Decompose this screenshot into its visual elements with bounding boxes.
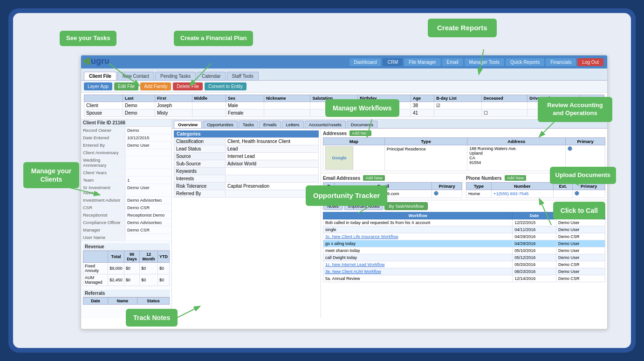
info-row: ManagerDemo CSR <box>81 226 171 234</box>
col-sex: Sex <box>226 95 264 102</box>
info-row: Entered ByDemo User <box>81 142 171 149</box>
left-panel: Client File ID 21166 Record OwnerDemo Da… <box>81 119 172 318</box>
info-row: Wedding Anniversary <box>81 157 171 169</box>
col-nickname: Nickname <box>264 95 310 102</box>
add-phone-button[interactable]: Add New <box>505 175 527 181</box>
table-row: AUM Managed $2,450 $0 $0 $0 <box>83 274 170 286</box>
col-bday: B-day List <box>434 95 481 102</box>
tab-emails[interactable]: Emails <box>259 121 281 128</box>
table-row: Interests <box>174 175 319 183</box>
email-title: Email Addresses <box>323 176 360 181</box>
info-row: ReceptionistReceptionist Demo <box>81 211 171 219</box>
callout-see-tasks: See your Tasks <box>60 31 116 46</box>
info-row: Investment AdvisorDemo Advisortwo <box>81 197 171 204</box>
callout-manage-workflows: Manage Workflows <box>325 99 399 117</box>
add-address-button[interactable]: Add New <box>349 130 371 136</box>
callout-create-reports: Create Reports <box>428 19 497 37</box>
email-primary-radio[interactable] <box>434 191 438 196</box>
convert-to-entity-button[interactable]: Convert to Entity <box>205 82 247 90</box>
notes-link[interactable]: 3e. New Client AUM Workflow <box>325 269 381 274</box>
revenue-section: Revenue Total 90 Days 12 Month YTD <box>81 241 171 288</box>
tab-opportunities[interactable]: Opportunities <box>203 121 238 128</box>
callout-click-to-call: Click to Call <box>553 202 605 219</box>
table-row: meet sharon today 05/10/2016 Demo User <box>323 247 605 254</box>
primary-radio[interactable] <box>568 146 572 151</box>
table-row: Referred By <box>174 190 319 198</box>
table-row: Keywords <box>174 168 319 175</box>
nav-email[interactable]: Email <box>442 58 463 66</box>
add-family-button[interactable]: Add Family <box>140 82 171 90</box>
table-row: 3e. New Client AUM Workflow 08/23/2016 D… <box>323 268 605 275</box>
nav-financials[interactable]: Financials <box>546 58 576 66</box>
col-age: Age <box>411 95 434 102</box>
col-last: Last <box>123 95 155 102</box>
info-row: Sr Investment AdvisorDemo User <box>81 184 171 197</box>
tab-documents[interactable]: Documents <box>347 121 377 128</box>
delete-file-button[interactable]: Delete File <box>173 82 203 90</box>
nav-logout[interactable]: Log Out <box>577 58 603 66</box>
table-row: single 04/11/2016 Demo User <box>323 226 605 233</box>
info-row: CSRDemo CSR <box>81 204 171 211</box>
table-row: go x ailing today 04/29/2016 Demo User <box>323 240 605 247</box>
nav-quick-reports[interactable]: Quick Reports <box>506 58 544 66</box>
info-row: Client Anniversary <box>81 149 171 157</box>
col-middle: Middle <box>192 95 226 102</box>
table-row: 5a. Annual Review 12/14/2016 Demo CSR <box>323 275 605 282</box>
info-row: User Name <box>81 234 171 241</box>
info-row: Client Years <box>81 169 171 177</box>
nav-file-manager[interactable]: File Manager <box>404 58 440 66</box>
table-row: Bob called in today and requested 3s fro… <box>323 219 605 226</box>
table-row: 1c. New Internet Lead Workflow 05/20/201… <box>323 261 605 268</box>
tab-calendar[interactable]: Calendar <box>197 72 226 80</box>
panels-row: Categories ClassificationClient, Health … <box>172 129 607 318</box>
tab-staff-tools[interactable]: Staff Tools <box>227 72 259 80</box>
logo: 🌿 ugru <box>83 56 110 66</box>
table-row: SourceInternet Lead <box>174 153 319 160</box>
callout-opportunity-tracker: Opportunity Tracker <box>306 185 387 206</box>
notes-link[interactable]: 3c. New Client Life Insurance Workflow <box>325 234 398 239</box>
tab-overview[interactable]: Overview <box>174 121 202 128</box>
table-row: Lead StatusLead <box>174 145 319 153</box>
nav-crm[interactable]: CRM <box>383 58 403 66</box>
revenue-title: Revenue <box>83 243 170 251</box>
nav-dashboard[interactable]: Dashboard <box>349 58 382 66</box>
tab-letters[interactable]: Letters <box>282 121 304 128</box>
main-tab-bar: Client File New Contact Pending Tasks Ca… <box>81 68 607 81</box>
tab-client-file[interactable]: Client File <box>84 72 116 80</box>
table-row: 3c. New Client Life Insurance Workflow 0… <box>323 233 605 240</box>
categories-panel: Categories ClassificationClient, Health … <box>172 129 321 318</box>
categories-table: ClassificationClient, Health Insurance C… <box>174 137 319 198</box>
info-row: Team1 <box>81 177 171 184</box>
table-row: Risk ToleranceCapital Preservation <box>174 183 319 190</box>
nav-manager-tools[interactable]: Manager Tools <box>465 58 504 66</box>
phone-table: Type Number Ext. Primary <box>466 182 605 198</box>
table-row: Sub-SourceAdvisor World <box>174 160 319 168</box>
notes-table: Workflow Date Assigned to Bob called in <box>323 212 605 282</box>
phone-primary-radio[interactable] <box>575 191 579 196</box>
table-row: ClassificationClient, Health Insurance C… <box>174 138 319 145</box>
right-content: Overview Opportunities Tasks Emails Lett… <box>172 119 607 318</box>
info-row: Date Entered10/12/2015 <box>81 134 171 142</box>
layer-app-button[interactable]: Layer App <box>84 82 112 90</box>
tab-by-task-workflow[interactable]: By Task/Workflow <box>384 202 428 210</box>
table-row: Fixed Annuity $9,000 $0 $0 $0 <box>83 263 170 274</box>
addresses-table: Map Type Address Primary <box>323 137 605 171</box>
tab-new-contact[interactable]: New Contact <box>117 72 154 80</box>
add-email-button[interactable]: Add New <box>363 175 385 181</box>
tab-pending-tasks[interactable]: Pending Tasks <box>155 72 196 80</box>
callout-track-notes: Track Notes <box>126 309 178 327</box>
tab-tasks[interactable]: Tasks <box>239 121 258 128</box>
col-type <box>84 95 123 102</box>
top-navigation: 🌿 ugru Dashboard CRM File Manager Email … <box>81 55 607 68</box>
callout-upload-documents: Upload Documents <box>550 167 616 184</box>
info-row: Record OwnerDemo <box>81 127 171 134</box>
col-first: First <box>155 95 192 102</box>
edit-file-button[interactable]: Edit File <box>114 82 138 90</box>
referrals-table: Date Name Status <box>83 297 170 305</box>
notes-link[interactable]: 1c. New Internet Lead Workflow <box>325 262 384 267</box>
tab-accounts-assets[interactable]: Accounts/Assets <box>305 121 346 128</box>
table-row: Home +1(555) 693-7545 <box>466 190 605 198</box>
revenue-table: Total 90 Days 12 Month YTD Fixed Annuity… <box>83 251 170 286</box>
categories-header: Categories <box>174 130 319 137</box>
action-bar: Layer App Edit File Add Family Delete Fi… <box>81 81 607 93</box>
